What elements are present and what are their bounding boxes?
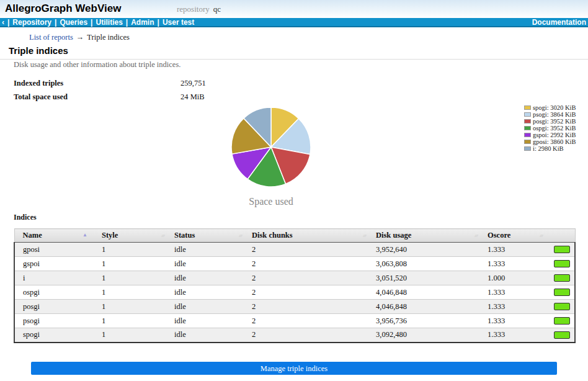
table-row-ospgi: ospgi1idle24,046,8481.333 <box>14 285 575 300</box>
cell-oscore: 1.000 <box>479 271 545 285</box>
heading-rule: Triple indices <box>0 45 588 60</box>
legend-text: psogi: 3864 KiB <box>533 111 576 118</box>
sort-hint-icon: ▴▾ <box>363 233 366 238</box>
stat-row: Total space used24 MiB <box>14 89 206 103</box>
cell-disk_chunks: 2 <box>244 314 368 328</box>
nav-bar: ‹|Repository|Queries|Utilities|Admin|Use… <box>0 18 588 27</box>
cell-disk_usage: 4,046,848 <box>368 285 479 300</box>
webview-page: AllegroGraph WebView repositoryqc ‹|Repo… <box>0 0 588 381</box>
manage-triple-indices-button[interactable]: Manage triple indices <box>31 362 557 375</box>
health-indicator <box>554 274 570 282</box>
legend-swatch <box>524 133 531 137</box>
cell-name: spogi <box>14 328 94 343</box>
indices-table: Name▲Style▴▾Status▴▾Disk chunks▴▾Disk us… <box>14 228 576 343</box>
nav-separator: | <box>7 18 9 27</box>
cell-style: 1 <box>94 271 166 285</box>
legend-swatch <box>524 105 531 110</box>
cell-disk_usage: 3,092,480 <box>368 328 479 343</box>
cell-disk_usage: 3,051,520 <box>368 271 479 285</box>
health-indicator <box>554 331 570 339</box>
column-header-status[interactable]: Status▴▾ <box>166 229 244 243</box>
nav-item-queries[interactable]: Queries <box>60 18 87 27</box>
column-header-label: Name <box>23 231 42 240</box>
column-header-label: Disk chunks <box>252 231 293 240</box>
sort-hint-icon: ▴▾ <box>161 233 164 238</box>
cell-health <box>545 271 575 285</box>
repository-info: repositoryqc <box>177 4 221 14</box>
column-header-disk_usage[interactable]: Disk usage▴▾ <box>368 229 479 243</box>
cell-name: posgi <box>14 300 94 314</box>
health-indicator <box>554 289 570 296</box>
cell-name: psogi <box>14 314 94 328</box>
column-header-oscore[interactable]: Oscore▴▾ <box>479 229 545 243</box>
repository-name: qc <box>213 4 221 14</box>
nav-item-utilities[interactable]: Utilities <box>96 18 122 27</box>
app-title: AllegroGraph WebView <box>5 2 121 15</box>
cell-health <box>545 328 575 343</box>
health-indicator <box>554 260 570 267</box>
column-header-name[interactable]: Name▲ <box>14 229 94 243</box>
nav-left: ‹|Repository|Queries|Utilities|Admin|Use… <box>2 18 194 27</box>
table-row-posgi: posgi1idle24,046,8481.333 <box>14 300 575 314</box>
column-header-style[interactable]: Style▴▾ <box>94 229 166 243</box>
cell-oscore: 1.333 <box>479 285 545 300</box>
legend-swatch <box>524 140 531 144</box>
table-row-psogi: psogi1idle23,956,7361.333 <box>14 314 575 328</box>
nav-separator: | <box>158 18 159 27</box>
cell-style: 1 <box>94 285 166 300</box>
page-title: Triple indices <box>9 45 68 56</box>
cell-name: i <box>14 271 94 285</box>
legend-text: gposi: 3860 KiB <box>533 138 576 145</box>
cell-disk_usage: 4,046,848 <box>368 300 479 314</box>
column-header-label: Oscore <box>488 231 510 240</box>
table-row-gspoi: gspoi1idle23,063,8081.333 <box>14 257 575 271</box>
cell-disk_chunks: 2 <box>244 328 368 343</box>
stats-list: Indexed triples259,751Total space used24… <box>14 76 206 103</box>
sort-hint-icon: ▴▾ <box>540 233 543 238</box>
cell-name: ospgi <box>14 285 94 300</box>
cell-health <box>545 243 575 257</box>
stat-label: Total space used <box>14 90 180 104</box>
cell-disk_chunks: 2 <box>244 285 368 300</box>
cell-disk_chunks: 2 <box>244 271 368 285</box>
cell-oscore: 1.333 <box>479 257 545 271</box>
legend-item-posgi: posgi: 3952 KiB <box>524 118 576 125</box>
cell-style: 1 <box>94 257 166 271</box>
cell-style: 1 <box>94 328 166 343</box>
sort-hint-icon: ▴▾ <box>474 233 478 238</box>
nav-item-repository[interactable]: Repository <box>12 18 51 27</box>
cell-oscore: 1.333 <box>479 328 545 343</box>
cell-oscore: 1.333 <box>479 314 545 328</box>
table-header-row: Name▲Style▴▾Status▴▾Disk chunks▴▾Disk us… <box>14 229 575 243</box>
cell-disk_usage: 3,952,640 <box>368 243 479 257</box>
table-row-i: i1idle23,051,5201.000 <box>14 271 575 285</box>
table-body: gposi1idle23,952,6401.333gspoi1idle23,06… <box>14 243 575 343</box>
cell-status: idle <box>166 314 244 328</box>
breadcrumb-link-list-of-reports[interactable]: List of reports <box>29 33 73 42</box>
page-description: Disk usage and other information about t… <box>14 60 180 69</box>
health-indicator <box>554 246 570 253</box>
column-header-health <box>545 229 575 243</box>
legend-item-psogi: psogi: 3864 KiB <box>524 111 576 118</box>
nav-item-user-test[interactable]: User test <box>163 18 194 27</box>
pie-legend: spogi: 3020 KiBpsogi: 3864 KiBposgi: 395… <box>524 104 576 152</box>
cell-name: gposi <box>14 243 94 257</box>
legend-item-gspoi: gspoi: 2992 KiB <box>524 132 576 138</box>
legend-item-spogi: spogi: 3020 KiB <box>524 104 576 111</box>
cell-health <box>545 300 575 314</box>
sort-hint-icon: ▴▾ <box>239 233 242 238</box>
table-row-spogi: spogi1idle23,092,4801.333 <box>14 328 575 343</box>
cell-style: 1 <box>94 243 166 257</box>
nav-item-documentation[interactable]: Documentation <box>532 18 586 27</box>
column-header-label: Disk usage <box>376 231 411 240</box>
cell-style: 1 <box>94 314 166 328</box>
legend-text: i: 2980 KiB <box>533 145 564 152</box>
cell-disk_usage: 3,956,736 <box>368 314 479 328</box>
nav-item-admin[interactable]: Admin <box>131 18 154 27</box>
sort-asc-icon: ▲ <box>82 233 87 238</box>
cell-disk_chunks: 2 <box>244 257 368 271</box>
column-header-disk_chunks[interactable]: Disk chunks▴▾ <box>244 229 368 243</box>
cell-status: idle <box>166 328 244 343</box>
cell-disk_chunks: 2 <box>244 243 368 257</box>
nav-separator: | <box>126 18 128 27</box>
